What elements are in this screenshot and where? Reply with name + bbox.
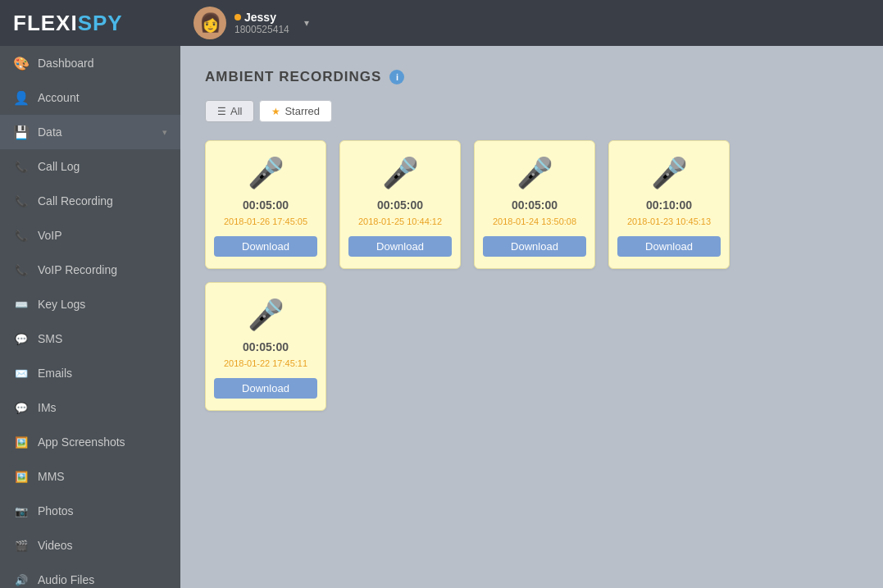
logo-flexi: FLEXI: [13, 11, 78, 35]
sidebar-item-label: App Screenshots: [38, 435, 167, 449]
user-phone: 1800525414: [234, 24, 289, 35]
download-button-3[interactable]: Download: [617, 236, 721, 257]
download-button-1[interactable]: Download: [348, 236, 452, 257]
logo-spy: SPY: [78, 11, 123, 35]
ims-icon: 💬: [13, 399, 30, 416]
page-title: AMBIENT RECORDINGS: [205, 69, 381, 85]
sidebar-item-call-log[interactable]: 📞 Call Log: [0, 149, 180, 184]
recording-date-3: 2018-01-23 10:45:13: [627, 217, 711, 226]
sidebar-item-account[interactable]: 👤 Account: [0, 80, 180, 115]
user-info: Jessy 1800525414: [234, 11, 289, 35]
sidebar-item-label: Data: [38, 125, 154, 139]
sidebar-item-label: VoIP Recording: [38, 263, 167, 276]
sidebar-item-data[interactable]: 💾 Data ▾: [0, 115, 180, 149]
recording-card-1: 🎤 00:05:00 2018-01-25 10:44:12 Download: [339, 140, 461, 269]
main-layout: 🎨 Dashboard 👤 Account 💾 Data ▾ 📞 Call Lo…: [0, 46, 883, 588]
sidebar-item-label: MMS: [38, 470, 167, 483]
call-log-icon: 📞: [13, 158, 30, 175]
topbar: FLEXISPY 👩 Jessy 1800525414 ▾: [0, 0, 883, 46]
recording-duration-4: 00:05:00: [243, 340, 289, 353]
sidebar-item-audio-files[interactable]: 🔊 Audio Files: [0, 563, 180, 588]
app-screenshots-icon: 🖼️: [13, 434, 30, 450]
user-area: 👩 Jessy 1800525414 ▾: [180, 7, 309, 39]
download-button-2[interactable]: Download: [483, 236, 586, 257]
sidebar-item-voip-recording[interactable]: 📞 VoIP Recording: [0, 253, 180, 287]
sidebar-item-label: VoIP: [38, 229, 167, 242]
recording-duration-3: 00:10:00: [646, 198, 692, 212]
key-logs-icon: ⌨️: [13, 296, 30, 312]
photos-icon: 📷: [13, 503, 30, 519]
page-title-row: AMBIENT RECORDINGS i: [205, 69, 858, 85]
sidebar-item-videos[interactable]: 🎬 Videos: [0, 528, 180, 563]
recording-date-0: 2018-01-26 17:45:05: [224, 217, 307, 226]
mic-icon-1: 🎤: [382, 156, 419, 190]
emails-icon: ✉️: [13, 365, 30, 381]
avatar: 👩: [193, 7, 226, 39]
recording-card-0: 🎤 00:05:00 2018-01-26 17:45:05 Download: [205, 140, 326, 269]
info-icon[interactable]: i: [389, 70, 404, 84]
sidebar-item-ims[interactable]: 💬 IMs: [0, 390, 180, 425]
recording-date-4: 2018-01-22 17:45:11: [224, 358, 307, 368]
filter-all-button[interactable]: ☰ All: [205, 100, 254, 122]
mic-icon-0: 🎤: [248, 156, 284, 190]
call-recording-icon: 📞: [13, 193, 30, 209]
recording-card-2: 🎤 00:05:00 2018-01-24 13:50:08 Download: [474, 140, 595, 269]
content-area: AMBIENT RECORDINGS i ☰ All ★ Starred 🎤 0…: [180, 46, 883, 588]
user-name: Jessy: [234, 11, 289, 24]
voip-icon: 📞: [13, 227, 30, 244]
sidebar-item-label: Emails: [38, 367, 167, 380]
sidebar-item-label: Audio Files: [38, 573, 167, 586]
mms-icon: 🖼️: [13, 468, 30, 485]
data-icon: 💾: [13, 124, 30, 140]
chevron-down-icon: ▾: [162, 127, 167, 138]
recording-date-2: 2018-01-24 13:50:08: [493, 217, 576, 226]
recording-duration-2: 00:05:00: [512, 198, 558, 212]
dashboard-icon: 🎨: [13, 55, 30, 71]
sidebar-item-sms[interactable]: 💬 SMS: [0, 321, 180, 356]
star-icon: ★: [271, 106, 280, 117]
logo: FLEXISPY: [13, 11, 123, 36]
sidebar-item-app-screenshots[interactable]: 🖼️ App Screenshots: [0, 425, 180, 459]
online-indicator: [234, 14, 241, 21]
recording-duration-0: 00:05:00: [243, 198, 289, 212]
recordings-grid: 🎤 00:05:00 2018-01-26 17:45:05 Download …: [205, 140, 858, 411]
sidebar-item-key-logs[interactable]: ⌨️ Key Logs: [0, 287, 180, 321]
sidebar-item-call-recording[interactable]: 📞 Call Recording: [0, 184, 180, 218]
sidebar-item-mms[interactable]: 🖼️ MMS: [0, 459, 180, 494]
recording-date-1: 2018-01-25 10:44:12: [358, 217, 442, 226]
download-button-4[interactable]: Download: [214, 378, 317, 399]
sidebar-item-emails[interactable]: ✉️ Emails: [0, 356, 180, 390]
download-button-0[interactable]: Download: [214, 236, 317, 257]
sidebar-item-label: Call Recording: [38, 194, 167, 207]
sidebar-item-dashboard[interactable]: 🎨 Dashboard: [0, 46, 180, 80]
sms-icon: 💬: [13, 330, 30, 347]
filter-row: ☰ All ★ Starred: [205, 100, 858, 122]
sidebar-item-label: Photos: [38, 504, 167, 517]
sidebar-item-label: SMS: [38, 332, 167, 345]
sidebar-item-label: Key Logs: [38, 298, 167, 311]
sidebar-item-label: Call Log: [38, 160, 167, 173]
sidebar-item-voip[interactable]: 📞 VoIP: [0, 218, 180, 253]
recording-duration-1: 00:05:00: [377, 198, 423, 212]
logo-area: FLEXISPY: [0, 11, 180, 36]
videos-icon: 🎬: [13, 537, 30, 554]
account-icon: 👤: [13, 89, 30, 106]
mic-icon-4: 🎤: [248, 298, 284, 332]
filter-starred-button[interactable]: ★ Starred: [259, 100, 332, 122]
sidebar: 🎨 Dashboard 👤 Account 💾 Data ▾ 📞 Call Lo…: [0, 46, 180, 588]
mic-icon-3: 🎤: [651, 156, 688, 190]
sidebar-item-photos[interactable]: 📷 Photos: [0, 494, 180, 528]
recording-card-3: 🎤 00:10:00 2018-01-23 10:45:13 Download: [608, 140, 730, 269]
voip-recording-icon: 📞: [13, 262, 30, 278]
mic-icon-2: 🎤: [517, 156, 553, 190]
list-icon: ☰: [217, 106, 226, 117]
audio-files-icon: 🔊: [13, 572, 30, 588]
user-dropdown-arrow[interactable]: ▾: [304, 17, 309, 29]
sidebar-item-label: Dashboard: [38, 57, 167, 70]
sidebar-item-label: Account: [38, 91, 167, 104]
recording-card-4: 🎤 00:05:00 2018-01-22 17:45:11 Download: [205, 282, 326, 411]
sidebar-item-label: IMs: [38, 401, 167, 414]
sidebar-item-label: Videos: [38, 539, 167, 552]
